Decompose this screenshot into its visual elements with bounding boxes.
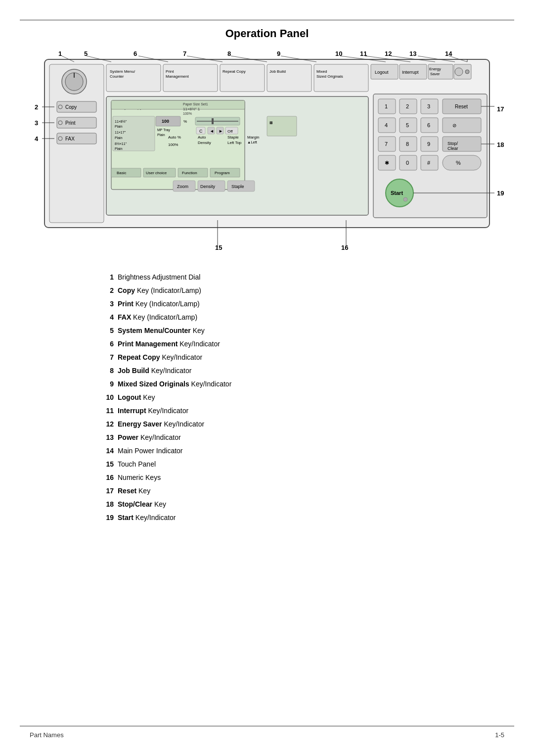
zoom-display-label: Auto % [168,135,181,140]
paper5-text: 8½×11" [115,142,127,145]
label-15-bottom: 15 [215,244,222,251]
fax-label: FAX [65,136,75,142]
system-menu-text: System Menu/ [110,69,135,74]
desc-num-16: 16 [99,472,114,483]
desc-text-5: System Menu/Counter Key [118,326,504,336]
desc-text-7: Repeat Copy Key/Indicator [118,352,504,363]
key-6-label: 6 [427,122,430,128]
density-button-label: Density [200,184,216,189]
repeat-copy-area [220,64,265,92]
staple-label: Staple [227,135,239,140]
copy-icon-display [267,116,297,136]
left-top-label: Left Top [227,141,242,145]
print-mgmt-text2: Management [166,74,189,79]
power-button [455,68,463,76]
desc-item-15: 15Touch Panel [99,459,504,470]
interrupt-text: Interrupt [402,70,419,75]
desc-item-14: 14Main Power Indicator [99,446,504,456]
desc-item-2: 2Copy Key (Indicator/Lamp) [99,285,504,296]
desc-text-19: Start Key/Indicator [118,513,504,523]
desc-text-2: Copy Key (Indicator/Lamp) [118,285,504,296]
zoom-100-text: 100% [168,142,178,147]
desc-item-12: 12Energy Saver Key/Indicator [99,419,504,429]
user-choice-label: User choice [146,171,167,175]
label-1: 1 [58,50,62,57]
desc-num-15: 15 [99,459,114,470]
desc-item-17: 17Reset Key [99,486,504,496]
desc-num-1: 1 [99,272,114,283]
desc-item-5: 5System Menu/Counter Key [99,326,504,336]
basic-label: Basic [117,171,127,175]
percent-key [443,155,481,170]
copy-display-text: ▩ [269,121,273,124]
mixed-sized-text2: Sized Originals [316,74,343,79]
label-13: 13 [409,50,416,57]
desc-num-12: 12 [99,419,114,429]
label-5: 5 [84,50,88,57]
key-hash-label: # [427,160,431,166]
desc-item-9: 9Mixed Sized Originals Key/Indicator [99,379,504,389]
page-title: Operation Panel [0,27,534,40]
key-2-label: 2 [406,103,409,109]
key-8-label: 8 [406,141,409,147]
mixed-sized-text: Mixed [316,69,327,74]
diagram-container: 1 5 6 7 8 9 10 11 12 13 14 Copy Print FA… [30,47,504,260]
desc-item-6: 6Print Management Key/Indicator [99,339,504,349]
key-4-label: 4 [385,122,388,128]
repeat-copy-text: Repeat Copy [222,69,246,74]
desc-item-13: 13Power Key/Indicator [99,432,504,443]
footer-left: Part Names [30,731,64,739]
desc-text-10: Logout Key [118,392,504,403]
desc-text-12: Energy Saver Key/Indicator [118,419,504,429]
label-18-side: 18 [497,141,504,148]
desc-text-1: Brightness Adjustment Dial [118,272,504,283]
key-1-label: 1 [385,103,388,109]
desc-item-4: 4FAX Key (Indicator/Lamp) [99,312,504,323]
energy-saver-text2: Saver [430,72,440,76]
percent-label: % [456,160,461,166]
copy-label: Copy [65,104,77,110]
desc-num-11: 11 [99,406,114,416]
label-10: 10 [335,50,342,57]
print-mgmt-text: Print [166,69,174,74]
bottom-border [20,726,514,726]
desc-item-19: 19Start Key/Indicator [99,513,504,523]
label-19-side: 19 [497,189,504,197]
desc-num-8: 8 [99,366,114,376]
mp-plain-text: Plain [157,133,165,137]
left-arrow-symbol: ◄ [210,129,214,134]
program-label: Program [215,171,230,175]
key-9-label: 9 [427,141,430,147]
paper1-text: 11×8½" [115,120,127,123]
desc-num-18: 18 [99,499,114,510]
desc-item-8: 8Job Build Key/Indicator [99,366,504,376]
mp-tray-text: MP Tray [157,128,170,132]
desc-item-7: 7Repeat Copy Key/Indicator [99,352,504,363]
desc-item-16: 16Numeric Keys [99,472,504,483]
function-label: Function [182,171,197,175]
desc-num-5: 5 [99,326,114,336]
fax-key [57,133,96,144]
label-4-side: 4 [35,135,39,142]
key-3-label: 3 [427,103,430,109]
zoom-button-label: Zoom [177,184,188,189]
clear-symbol: ⊘ [452,123,456,128]
desc-text-11: Interrupt Key/Indicator [118,406,504,416]
desc-num-17: 17 [99,486,114,496]
paper-size-value: 11×8½" 1 [183,107,200,111]
footer-right: 1-5 [495,731,504,739]
c-button-label: C [199,129,203,134]
label-12: 12 [385,50,392,57]
clear-key-area [443,118,481,133]
desc-num-14: 14 [99,446,114,456]
desc-text-13: Power Key/Indicator [118,432,504,443]
desc-num-13: 13 [99,432,114,443]
counter-text: Counter [110,74,124,79]
panel-diagram: 1 5 6 7 8 9 10 11 12 13 14 Copy Print FA… [30,47,504,255]
desc-num-10: 10 [99,392,114,403]
top-border [20,20,514,20]
desc-text-18: Stop/Clear Key [118,499,504,510]
label-17-side: 17 [497,105,504,113]
label-2-side: 2 [35,103,38,111]
desc-num-9: 9 [99,379,114,389]
